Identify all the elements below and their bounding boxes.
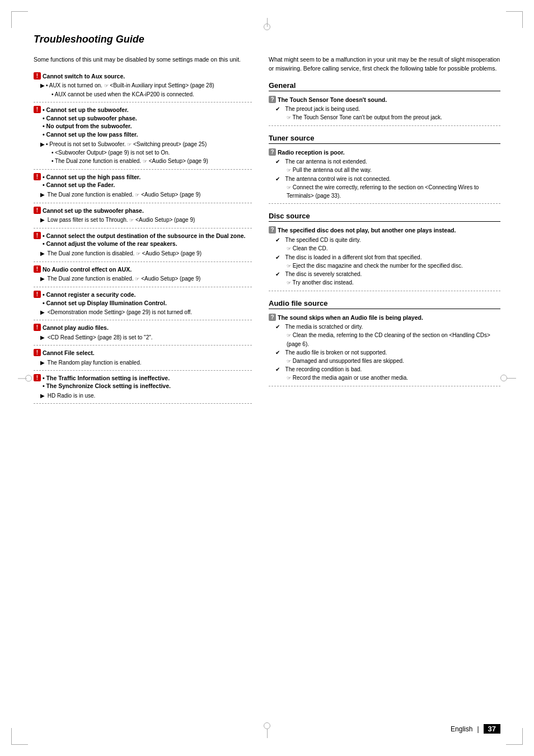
- error-icon: !: [34, 324, 41, 331]
- error-icon: !: [34, 207, 41, 214]
- list-item: • The Dual zone function is enabled. ☞ <…: [40, 157, 252, 166]
- section-header: Cannot switch to Aux source.: [43, 72, 125, 81]
- error-icon: !: [34, 232, 41, 239]
- list-item: ▶ The Dual zone function is enabled. ☞ <…: [40, 274, 252, 283]
- section-content: ▶ The Dual zone function is enabled. ☞ <…: [34, 190, 252, 199]
- list-item: ▶ <CD Read Setting> (page 28) is set to …: [40, 333, 252, 342]
- section-content: ▶ The Dual zone function is disabled. ☞ …: [34, 249, 252, 258]
- block-content: ✔ The preout jack is being used. ☞ The T…: [269, 105, 500, 122]
- divider: [34, 403, 252, 404]
- error-icon: !: [34, 374, 41, 381]
- list-item: ✔ The disc is severely scratched.: [275, 270, 500, 278]
- page: Troubleshooting Guide Some functions of …: [0, 0, 534, 756]
- list-item: ✔ The disc is loaded in a different slot…: [275, 253, 500, 262]
- corner-mark-tl: [11, 11, 28, 28]
- section-security-display: ! • Cannot register a security code. • C…: [34, 291, 252, 316]
- warn-icon: ?: [269, 226, 276, 234]
- section-content: ▶ HD Radio is in use.: [34, 391, 252, 400]
- page-number: 37: [484, 724, 500, 734]
- section-header: • Cannot register a security code. • Can…: [43, 291, 167, 307]
- divider: [269, 125, 500, 126]
- section-subwoofer: ! • Cannot set up the subwoofer. • Canno…: [34, 106, 252, 166]
- section-aux-audio: ! No Audio control effect on AUX. ▶ The …: [34, 265, 252, 283]
- section-file-select: ! Cannot File select. ▶ The Random play …: [34, 349, 252, 367]
- divider: [34, 345, 252, 346]
- error-icon: !: [34, 106, 41, 113]
- section-heading-general: General: [269, 81, 500, 91]
- section-content: ▶ Low pass filter is set to Through. ☞ <…: [34, 216, 252, 225]
- section-header: • Cannot set up the subwoofer. • Cannot …: [43, 106, 138, 139]
- error-icon: !: [34, 349, 41, 356]
- warn-icon: ?: [269, 96, 276, 103]
- list-item: ☞ Eject the disc magazine and check the …: [275, 262, 500, 270]
- list-item: ✔ The preout jack is being used.: [275, 105, 500, 113]
- page-number-area: English | 37: [451, 724, 500, 734]
- divider: [34, 320, 252, 320]
- section-heading-disc: Disc source: [269, 212, 500, 222]
- list-item: ☞ Record the media again or use another …: [275, 374, 500, 382]
- right-column: What might seem to be a malfunction in y…: [269, 55, 500, 407]
- error-icon: !: [34, 265, 41, 273]
- list-item: ☞ Clean the CD.: [275, 244, 500, 253]
- block-content: ✔ The media is scratched or dirty. ☞ Cle…: [269, 323, 500, 382]
- left-intro: Some functions of this unit may be disab…: [34, 55, 252, 64]
- section-header: Cannot play audio files.: [43, 324, 109, 332]
- list-item: ▶ Low pass filter is set to Through. ☞ <…: [40, 216, 252, 225]
- section-audio-files: ! Cannot play audio files. ▶ <CD Read Se…: [34, 324, 252, 342]
- section-dual-zone: ! • Cannot select the output destination…: [34, 232, 252, 258]
- right-intro: What might seem to be a malfunction in y…: [269, 55, 500, 73]
- list-item: ✔ The audio file is broken or not suppor…: [275, 348, 500, 357]
- list-item: ✔ The car antenna is not extended.: [275, 157, 500, 166]
- list-item: ▶• AUX is not turned on. ☞ <Built-in Aux…: [40, 81, 252, 90]
- warn-icon: ?: [269, 148, 276, 156]
- section-header: • The Traffic Information setting is ine…: [43, 374, 171, 390]
- list-item: ☞ Try another disc instead.: [275, 278, 500, 287]
- error-icon: !: [34, 291, 41, 298]
- corner-mark-tr: [506, 11, 523, 28]
- corner-mark-bl: [11, 728, 28, 745]
- section-content: ▶• AUX is not turned on. ☞ <Built-in Aux…: [34, 81, 252, 99]
- section-header: Cannot File select.: [43, 349, 95, 357]
- block-content: ✔ The specified CD is quite dirty. ☞ Cle…: [269, 236, 500, 287]
- divider: [269, 203, 500, 204]
- section-header: • Cannot set up the high pass filter. • …: [43, 173, 140, 189]
- section-header: No Audio control effect on AUX.: [43, 265, 132, 274]
- crosshair-top: [264, 18, 270, 30]
- left-column: Some functions of this unit may be disab…: [34, 55, 252, 407]
- list-item: • AUX cannot be used when the KCA-iP200 …: [40, 90, 252, 99]
- divider: [34, 287, 252, 287]
- two-column-layout: Some functions of this unit may be disab…: [34, 55, 500, 407]
- list-item: ▶ The Dual zone function is enabled. ☞ <…: [40, 190, 252, 199]
- warn-icon: ?: [269, 314, 276, 321]
- section-content: ▶• Preout is not set to Subwoofer. ☞ <Sw…: [34, 140, 252, 166]
- error-icon: !: [34, 72, 41, 80]
- list-item: ▶ <Demonstration mode Setting> (page 29)…: [40, 308, 252, 316]
- section-traffic-clock: ! • The Traffic Information setting is i…: [34, 374, 252, 400]
- section-heading-audio-file: Audio file source: [269, 299, 500, 309]
- block-radio: ? Radio reception is poor. ✔ The car ant…: [269, 148, 500, 200]
- list-item: ▶ The Dual zone function is disabled. ☞ …: [40, 249, 252, 258]
- block-touch-sensor: ? The Touch Sensor Tone doesn't sound. ✔…: [269, 96, 500, 122]
- block-header-text: The sound skips when an Audio file is be…: [278, 314, 423, 322]
- section-header: • Cannot select the output destination o…: [43, 232, 245, 248]
- block-header-text: Radio reception is poor.: [278, 148, 345, 157]
- block-header-text: The Touch Sensor Tone doesn't sound.: [278, 96, 387, 104]
- divider: [34, 102, 252, 102]
- divider: [34, 370, 252, 371]
- list-item: ☞ Clean the media, referring to the CD c…: [275, 331, 500, 348]
- divider: [34, 203, 252, 203]
- divider: [269, 386, 500, 386]
- list-item: ☞ Damaged and unsupported files are skip…: [275, 357, 500, 366]
- section-content: ▶ The Random play function is enabled.: [34, 358, 252, 367]
- section-aux-switch: ! Cannot switch to Aux source. ▶• AUX is…: [34, 72, 252, 99]
- list-item: ✔ The recording condition is bad.: [275, 365, 500, 374]
- block-header-text: The specified disc does not play, but an…: [278, 226, 456, 235]
- page-title: Troubleshooting Guide: [34, 34, 500, 45]
- corner-mark-br: [506, 728, 523, 745]
- list-item: ▶ The Random play function is enabled.: [40, 358, 252, 367]
- language-label: English: [451, 725, 472, 733]
- divider: [34, 228, 252, 228]
- crosshair-bottom: [264, 722, 270, 738]
- list-item: ☞ Connect the wire correctly, referring …: [275, 183, 500, 200]
- section-subwoofer-phase: ! Cannot set up the subwoofer phase. ▶ L…: [34, 207, 252, 225]
